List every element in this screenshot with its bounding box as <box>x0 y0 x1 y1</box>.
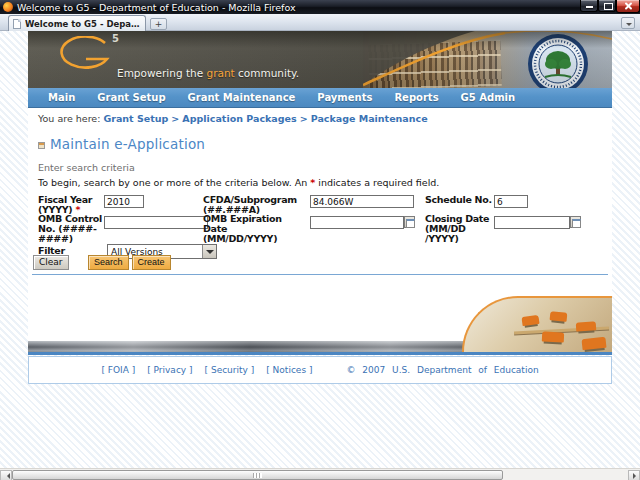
omb-control-label: OMB Control No. (####-####) <box>38 214 108 244</box>
g5-banner: 5 Empowering the grant community. <box>28 31 612 88</box>
breadcrumb-grant-setup[interactable]: Grant Setup <box>103 113 168 124</box>
nav-item-reports[interactable]: Reports <box>394 92 438 103</box>
page-title-icon <box>38 142 45 149</box>
action-buttons: Search Create <box>88 255 171 270</box>
maximize-button[interactable] <box>598 0 616 12</box>
tagline-grant-highlight: grant <box>206 67 234 79</box>
nav-item-grant-maintenance[interactable]: Grant Maintenance <box>188 92 296 103</box>
breadcrumb-package-maintenance[interactable]: Package Maintenance <box>311 113 428 124</box>
fiscal-year-input[interactable] <box>104 195 144 208</box>
tab-strip: Welcome to G5 - Department of Edu... + <box>0 14 640 31</box>
create-button[interactable]: Create <box>132 255 171 270</box>
cfda-label: CFDA/Subprogram (##.###A) <box>203 195 299 215</box>
blue-divider-bar <box>28 352 612 355</box>
instruction-text: To begin, search by one or more of the c… <box>38 177 439 188</box>
clear-button[interactable]: Clear <box>33 255 69 270</box>
page-viewport: 5 Empowering the grant community. Main G… <box>0 31 640 468</box>
schedule-label: Schedule No. <box>425 195 493 205</box>
banner-tagline: Empowering the grant community. <box>117 67 299 79</box>
scrollbar-thumb[interactable] <box>12 470 503 480</box>
page-icon <box>13 19 21 29</box>
scroll-right-arrow-icon[interactable] <box>628 470 640 480</box>
breadcrumb-application-packages[interactable]: Application Packages <box>182 113 296 124</box>
tab-welcome-g5[interactable]: Welcome to G5 - Department of Edu... <box>8 15 146 31</box>
horizontal-scrollbar[interactable] <box>0 468 640 480</box>
firefox-icon <box>3 2 13 12</box>
footer-link-security[interactable]: [ Security ] <box>205 365 255 375</box>
breadcrumb-prefix: You are here: <box>38 113 100 124</box>
omb-expiration-label: OMB Expiration Date (MM/DD/YYYY) <box>203 214 299 244</box>
criteria-heading: Enter search criteria <box>38 162 135 173</box>
close-button[interactable] <box>616 0 640 13</box>
nav-item-g5-admin[interactable]: G5 Admin <box>461 92 516 103</box>
new-tab-button[interactable]: + <box>150 18 167 30</box>
schedule-input[interactable] <box>494 195 528 208</box>
page-title: Maintain e-Application <box>50 136 205 152</box>
footer-link-notices[interactable]: [ Notices ] <box>266 365 312 375</box>
scroll-left-arrow-icon[interactable] <box>0 470 12 480</box>
breadcrumb: You are here: Grant Setup > Application … <box>38 113 428 124</box>
closing-date-input[interactable] <box>494 216 570 229</box>
cfda-input[interactable] <box>310 195 414 208</box>
search-button[interactable]: Search <box>88 255 129 270</box>
fiscal-year-label: Fiscal Year (YYYY) * <box>38 195 104 215</box>
nav-item-main[interactable]: Main <box>48 92 75 103</box>
main-navbar: Main Grant Setup Grant Maintenance Payme… <box>28 88 612 108</box>
footer-link-foia[interactable]: [ FOIA ] <box>101 365 135 375</box>
window-titlebar[interactable]: Welcome to G5 - Department of Education … <box>0 0 640 14</box>
nav-item-payments[interactable]: Payments <box>317 92 372 103</box>
browser-window: Welcome to G5 - Department of Education … <box>0 0 640 480</box>
footer-link-privacy[interactable]: [ Privacy ] <box>147 365 192 375</box>
omb-expiration-calendar-icon[interactable] <box>404 216 415 228</box>
window-title: Welcome to G5 - Department of Education … <box>17 1 296 14</box>
nav-item-grant-setup[interactable]: Grant Setup <box>97 92 165 103</box>
g5-logo-5: 5 <box>112 33 119 44</box>
minimize-button[interactable] <box>580 0 598 12</box>
copyright-text: © 2007 U.S. Department of Education <box>346 365 538 375</box>
closing-date-label: Closing Date (MM/DD /YYYY) <box>425 214 493 244</box>
dropdown-arrow-icon[interactable] <box>202 245 216 258</box>
divider-line <box>32 274 608 275</box>
tab-title: Welcome to G5 - Department of Edu... <box>25 19 141 29</box>
scrollbar-grip <box>253 473 262 478</box>
list-all-tabs-button[interactable] <box>621 17 635 29</box>
page-footer: [ FOIA ] [ Privacy ] [ Security ] [ Noti… <box>28 356 612 384</box>
closing-date-calendar-icon[interactable] <box>570 216 581 228</box>
omb-control-input[interactable] <box>104 216 208 229</box>
g5-logo <box>53 36 115 74</box>
omb-expiration-input[interactable] <box>310 216 404 229</box>
